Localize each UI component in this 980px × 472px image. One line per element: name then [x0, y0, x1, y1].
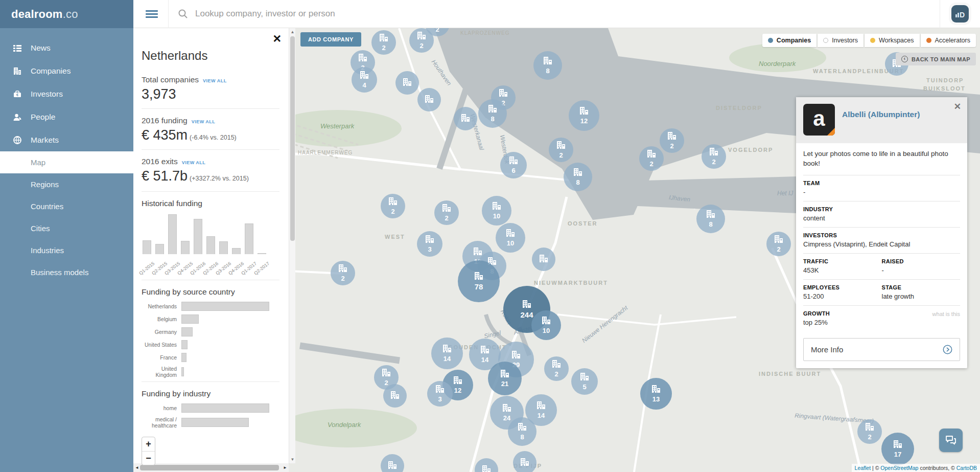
avatar-zone: D: [940, 0, 980, 28]
map-cluster[interactable]: [532, 248, 555, 271]
sidebar-item-regions[interactable]: Regions: [0, 173, 133, 195]
cluster-count: 12: [580, 117, 588, 125]
attribution-link-openstreetmap[interactable]: OpenStreetMap: [880, 465, 918, 471]
view-all-link[interactable]: VIEW ALL: [182, 160, 206, 165]
map-cluster[interactable]: 2: [371, 30, 396, 55]
map-cluster[interactable]: 6: [500, 152, 527, 178]
app-window: KLAPROZENWEGNoorderparkWATERLANDPLEINBUU…: [0, 0, 980, 472]
map-cluster[interactable]: 2: [381, 194, 405, 218]
building-icon: [434, 385, 446, 395]
map-cluster[interactable]: 8: [478, 99, 507, 128]
stat-block-total-companies: Total companiesVIEW ALL3,973: [142, 68, 279, 108]
companies-icon: [12, 66, 22, 76]
map-cluster[interactable]: 2: [660, 128, 684, 153]
map-cluster[interactable]: [383, 384, 407, 408]
vertical-scroll-thumb[interactable]: [290, 36, 295, 241]
panel-vertical-scrollbar[interactable]: ▲ ▼: [289, 28, 295, 463]
map-cluster[interactable]: 8: [564, 163, 592, 191]
building-icon: [452, 376, 463, 386]
scroll-right-arrow[interactable]: ►: [283, 465, 287, 470]
map-cluster[interactable]: 17: [881, 433, 914, 465]
map-cluster[interactable]: 3: [417, 231, 442, 257]
map-cluster[interactable]: 2: [549, 138, 573, 162]
scroll-up-arrow[interactable]: ▲: [289, 30, 296, 34]
horizontal-scroll-thumb[interactable]: [140, 465, 279, 470]
map-cluster[interactable]: 5: [571, 368, 598, 395]
legend-item-companies[interactable]: Companies: [762, 34, 816, 47]
map-cluster[interactable]: 2: [702, 144, 726, 169]
card-section-columns: TEAM-: [803, 180, 960, 196]
map-cluster[interactable]: 21: [488, 362, 522, 395]
map-cluster[interactable]: [454, 107, 477, 130]
sidebar-item-markets[interactable]: Markets: [0, 128, 133, 151]
zoom-out-button[interactable]: −: [142, 451, 155, 465]
card-section-team: TEAM-: [803, 175, 960, 201]
sidebar-item-companies[interactable]: Companies: [0, 59, 133, 82]
map-cluster[interactable]: 10: [496, 223, 525, 253]
sidebar-item-industries[interactable]: Industries: [0, 239, 133, 261]
back-to-main-map-button[interactable]: ‹ BACK TO MAIN MAP: [896, 53, 976, 65]
attribution-link-leaflet[interactable]: Leaflet: [855, 465, 871, 471]
legend-item-accelerators[interactable]: Accelerators: [921, 34, 976, 47]
legend-item-workspaces[interactable]: Workspaces: [865, 34, 920, 47]
map-cluster[interactable]: [417, 88, 441, 111]
card-close-icon[interactable]: ✕: [954, 101, 961, 112]
legend-item-investors[interactable]: Investors: [818, 34, 864, 47]
sidebar-item-countries[interactable]: Countries: [0, 195, 133, 217]
map-cluster[interactable]: 8: [696, 205, 725, 233]
panel-horizontal-scrollbar[interactable]: ◄ ►: [133, 463, 289, 472]
stat-value-number: € 51.7b: [142, 168, 188, 184]
map-cluster[interactable]: [513, 451, 536, 472]
hbar-label: United States: [142, 342, 181, 348]
map-cluster[interactable]: 12: [569, 100, 599, 131]
map-cluster[interactable]: 2: [434, 200, 459, 225]
zoom-in-button[interactable]: +: [142, 437, 155, 451]
map-cluster[interactable]: [395, 71, 419, 95]
map-cluster[interactable]: 10: [531, 310, 561, 340]
search-input[interactable]: [194, 8, 929, 19]
card-section-investors: INVESTORSCimpress (Vistaprint), Endeit C…: [803, 227, 960, 253]
map-legend: CompaniesInvestorsWorkspacesAccelerators: [762, 34, 976, 47]
user-avatar[interactable]: D: [951, 5, 969, 23]
view-all-link[interactable]: VIEW ALL: [192, 119, 216, 124]
sidebar-item-map[interactable]: Map: [0, 151, 133, 173]
card-section-employees: EMPLOYEES51-200STAGElate growth: [803, 279, 960, 305]
hamburger-menu-icon[interactable]: [146, 9, 158, 19]
map-cluster[interactable]: [381, 454, 404, 472]
sidebar-item-business-models[interactable]: Business models: [0, 261, 133, 283]
panel-close-icon[interactable]: ✕: [272, 33, 282, 44]
sidebar-item-investors[interactable]: €Investors: [0, 82, 133, 105]
map-cluster[interactable]: 13: [640, 378, 672, 410]
what-is-this-link[interactable]: what is this: [932, 311, 960, 317]
company-name-link[interactable]: Albelli (Albumpinter): [842, 110, 920, 137]
view-all-link[interactable]: VIEW ALL: [203, 78, 227, 83]
building-icon: [501, 404, 512, 414]
map-cluster[interactable]: 8: [508, 417, 536, 446]
map-cluster[interactable]: [475, 458, 498, 472]
map-cluster[interactable]: 3: [427, 381, 453, 407]
sidebar-item-people[interactable]: People: [0, 105, 133, 128]
map-cluster[interactable]: 2: [857, 419, 882, 444]
map-cluster[interactable]: 8: [533, 51, 562, 80]
more-info-button[interactable]: More Info: [803, 338, 960, 361]
card-field-value: 51-200: [803, 293, 882, 300]
sidebar-item-label: People: [31, 113, 55, 122]
attribution-link-cartodb[interactable]: CartoDB: [956, 465, 977, 471]
stat-label-row: 2016 fundingVIEW ALL: [142, 116, 279, 125]
investors-icon: €: [12, 89, 22, 99]
map-cluster[interactable]: 4: [352, 67, 377, 93]
scroll-left-arrow[interactable]: ◄: [135, 465, 139, 470]
sidebar-item-cities[interactable]: Cities: [0, 217, 133, 239]
map-cluster[interactable]: 14: [431, 338, 463, 369]
chat-button[interactable]: [939, 429, 963, 452]
map-cluster[interactable]: 2: [544, 356, 569, 381]
cluster-count: 14: [538, 412, 545, 419]
map-cluster[interactable]: 2: [331, 261, 355, 285]
map-cluster[interactable]: 78: [458, 260, 500, 302]
map-cluster[interactable]: 2: [639, 146, 664, 171]
add-company-button[interactable]: ADD COMPANY: [300, 32, 361, 47]
sidebar-item-news[interactable]: News: [0, 36, 133, 59]
map-cluster[interactable]: 2: [766, 232, 791, 256]
scroll-down-arrow[interactable]: ▼: [289, 457, 296, 462]
map-cluster[interactable]: 10: [482, 196, 511, 226]
